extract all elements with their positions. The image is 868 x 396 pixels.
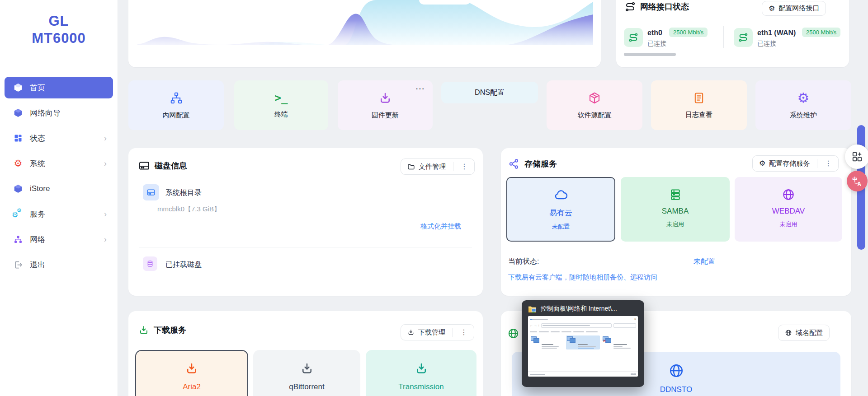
quick-tile-system-maintenance[interactable]: ⚙ 系统维护	[755, 80, 851, 130]
download-manager-button[interactable]: 下载管理 ⋮	[401, 324, 474, 340]
disk-panel-title: 磁盘信息	[155, 160, 187, 171]
sitemap-icon	[13, 234, 24, 245]
eth0-icon	[624, 28, 643, 47]
traffic-chart-card	[128, 0, 601, 67]
yiyouyun-promo-link[interactable]: 下载易有云客户端，随时随地相册备份、远程访问	[508, 273, 657, 282]
root-disk-icon	[143, 184, 159, 200]
eth1-icon	[734, 28, 753, 47]
configure-storage-button[interactable]: ⚙ 配置存储服务 ⋮	[752, 155, 839, 172]
eth0-speed-badge: 2500 Mbit/s	[669, 28, 708, 37]
storage-more-menu[interactable]: ⋮	[822, 160, 832, 167]
folder-icon	[407, 163, 415, 171]
mini-adapter-2-selected	[566, 335, 600, 349]
mini-adapter-1	[530, 335, 564, 349]
sidebar-item-home[interactable]: 首页	[5, 77, 113, 98]
download-service-transmission[interactable]: Transmission	[366, 350, 476, 396]
storage-service-samba[interactable]: SAMBA 未启用	[621, 177, 730, 242]
interface-scrollbar-thumb[interactable]	[624, 53, 676, 56]
download-service-qbittorrent[interactable]: qBittorrent	[253, 350, 360, 396]
sidebar-item-system[interactable]: ⚙ 系统 ›	[5, 153, 113, 174]
log-file-icon	[693, 92, 705, 104]
chevron-right-icon: ›	[104, 134, 107, 143]
download-icon	[185, 362, 198, 375]
mounted-disk-icon	[143, 256, 157, 271]
sidebar-item-services[interactable]: ⚙ ⚙ 服务 ›	[5, 203, 113, 225]
gl-mt6000-admin-page: 网络接口状态 ⚙ 配置网络接口 eth0 2500 Mbit/s 已连接 eth…	[0, 0, 868, 396]
network-interface-panel: 网络接口状态 ⚙ 配置网络接口 eth0 2500 Mbit/s 已连接 eth…	[616, 0, 849, 67]
more-dots-icon[interactable]: ⋯	[415, 83, 425, 94]
network-folder-icon	[528, 305, 537, 313]
translate-fab-button[interactable]: 中 A	[847, 171, 868, 191]
globe-icon	[507, 327, 519, 340]
service-status: 未配置	[552, 223, 570, 231]
gear-icon: ⚙	[797, 91, 810, 105]
server-stack-icon	[669, 188, 682, 201]
gear-icon: ⚙	[769, 5, 775, 12]
chevron-right-icon: ›	[104, 159, 107, 168]
root-dir-name: 系统根目录	[165, 188, 202, 198]
interface-divider	[723, 26, 724, 48]
service-name: qBittorrent	[289, 382, 324, 391]
download-more-menu[interactable]: ⋮	[458, 329, 467, 336]
service-name: Transmission	[398, 382, 443, 391]
quick-tile-label: 系统维护	[790, 111, 817, 120]
service-name: WEBDAV	[772, 207, 805, 216]
current-status-value[interactable]: 未配置	[693, 257, 715, 266]
cube-icon	[13, 183, 24, 194]
quick-tile-label: 固件更新	[372, 111, 399, 120]
service-name: 易有云	[549, 208, 572, 218]
quick-tile-software-source[interactable]: 软件源配置	[547, 80, 642, 130]
download-service-aria2[interactable]: Aria2	[135, 350, 248, 396]
gear-icon: ⚙	[13, 158, 24, 169]
sidebar-item-status[interactable]: 状态 ›	[5, 127, 113, 149]
configure-network-button[interactable]: ⚙ 配置网络接口	[762, 1, 826, 16]
storage-service-webdav[interactable]: WEBDAV 未启用	[735, 177, 842, 242]
disk-info-panel: 磁盘信息 文件管理 ⋮ 系统根目录 mmcblk0【7.3 GiB】 格式化并挂…	[128, 148, 483, 296]
file-manager-button[interactable]: 文件管理 ⋮	[401, 158, 475, 175]
globe-icon	[785, 329, 792, 336]
format-mount-link[interactable]: 格式化并挂载	[420, 222, 461, 231]
download-icon	[378, 91, 392, 105]
storage-service-yiyouyun[interactable]: 易有云 未配置	[506, 177, 615, 242]
route-icon	[625, 1, 636, 12]
eth0-name: eth0	[647, 29, 662, 37]
quick-tile-label: 软件源配置	[578, 111, 612, 120]
sidebar-item-network-wizard[interactable]: 网络向导	[5, 102, 113, 124]
quick-tile-label: 终端	[274, 110, 288, 119]
widgets-fab-button[interactable]	[845, 144, 868, 169]
translate-icon: 中 A	[851, 175, 863, 187]
clipped-tooltip-remnant	[419, 0, 471, 5]
sidebar-item-istore[interactable]: iStore	[5, 178, 113, 200]
cube-icon	[13, 107, 24, 118]
service-name: SAMBA	[662, 207, 689, 216]
sidebar-item-logout[interactable]: 退出	[5, 254, 113, 275]
current-status-label: 当前状态:	[508, 257, 539, 266]
quick-tile-log-view[interactable]: 日志查看	[651, 80, 747, 130]
dashboard-grid-icon	[13, 133, 24, 144]
explorer-thumbnail[interactable]: − × ← → ↑ ✕	[528, 316, 638, 377]
service-name: DDNSTO	[660, 385, 692, 394]
cloud-icon	[554, 188, 568, 202]
storage-panel-title: 存储服务	[524, 158, 557, 169]
domain-config-button[interactable]: 域名配置	[778, 325, 830, 341]
quick-tile-dns-config[interactable]: DNS配置	[441, 82, 538, 103]
sidebar: GL MT6000 首页 网络向导 状态 › ⚙ 系统 ›	[0, 0, 118, 396]
quick-tile-terminal[interactable]: >_ 终端	[234, 80, 328, 130]
svg-text:A: A	[858, 181, 862, 187]
service-status: 未启用	[666, 220, 684, 228]
download-icon	[300, 362, 314, 375]
sidebar-item-network[interactable]: 网络 ›	[5, 228, 113, 250]
quick-tile-lan-config[interactable]: 内网配置	[128, 80, 224, 130]
quick-tile-label: 日志查看	[685, 111, 712, 119]
package-box-icon	[588, 91, 601, 105]
service-name: Aria2	[183, 382, 201, 391]
eth1-name: eth1 (WAN)	[757, 29, 796, 37]
mini-adapter-3-disabled: ✕	[602, 335, 636, 349]
hard-drive-icon	[138, 160, 150, 172]
disk-more-menu[interactable]: ⋮	[458, 163, 468, 170]
gears-icon: ⚙ ⚙	[13, 209, 24, 219]
taskbar-preview-window[interactable]: 控制面板\网络和 Internet\... − × ← → ↑	[522, 300, 644, 387]
eth1-speed-badge: 2500 Mbit/s	[802, 28, 840, 37]
share-nodes-icon	[508, 158, 520, 170]
quick-tile-firmware-update[interactable]: ⋯ 固件更新	[338, 80, 433, 130]
